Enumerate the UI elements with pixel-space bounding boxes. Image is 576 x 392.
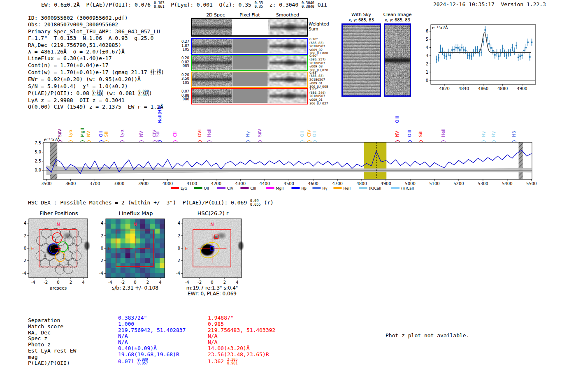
fit-xtick: 4820 [439,86,449,91]
heatmap-cell [135,248,140,253]
div: 21.17 [150,72,161,76]
emission-line-label: NV [395,130,399,137]
text-segment: 0.985 [208,321,224,327]
heatmap-cell [125,219,130,224]
fit-xtick: 4880 [497,86,508,91]
fit-ytick: 6 [426,29,428,33]
map-xtick: 0 [211,280,213,285]
weighted-sum-label: WeightedSum [309,21,329,31]
map-ytick: -2 [99,258,103,263]
legend-label: (H)CaII [401,186,414,190]
data-point [442,51,443,52]
rect [192,24,232,31]
hsc-text: HSC-DEX : Possible Matches = 2 (within +… [28,199,250,206]
text-segment: 0.071 [118,358,137,364]
heatmap-cell [150,219,155,224]
data-point [521,55,523,56]
rect [232,89,269,103]
north-label: N [210,222,214,227]
map-xtick: 4 [159,280,161,285]
heatmap-cell [121,253,125,258]
heatmap-cell [155,248,160,253]
spec2d-row-right-labels: 1.62"(686, 249)20180507v009_01306_LU_027 [309,88,328,105]
heatmap-cell [130,239,135,244]
data-point [446,56,447,57]
line-marker-bracket [173,141,177,142]
data-point [451,49,453,51]
info-line: Cont(w) = 1.70(±0.01)e-17 (gmag 21.17 21… [28,69,164,76]
legend-swatch [313,187,321,189]
emission-line-label: NV [86,130,91,137]
fit-ytick: 1 [426,70,428,74]
match-row-value: 0.383724" [118,315,186,321]
data-point [463,49,465,51]
emission-line-label: OII [300,131,304,137]
spacer [495,1,501,7]
match-row-label: Separation [28,318,76,324]
spectrum-xtick: 4700 [332,181,342,186]
heatmap-cell [106,224,111,229]
emission-line-label: OII [312,131,317,137]
div: Weighted [309,21,329,26]
text-segment: ID: 3000955602 (3000955602.pdf) [28,15,128,21]
report-version: Version 1.22.3 [501,1,546,7]
spectrum-xtick: 4100 [187,181,197,186]
fit-units-label: e⁻¹⁷x2Å [432,25,448,30]
ellipse [213,236,218,239]
spectrum-units-label: e⁻¹⁷x2Å [44,137,60,142]
spectrum-xtick: 4300 [235,181,246,186]
heatmap-cell [140,273,145,278]
heatmap-cell [111,273,116,278]
data-point [467,55,468,56]
spec2d-row-image [192,89,307,103]
text-segment: P(LAE)/P(OII): 0.08 [28,90,93,96]
div: 0.061 [154,5,165,9]
legend-swatch [241,187,249,189]
heatmap-cell [160,253,165,258]
text-segment: N/A [208,333,217,339]
match-row-value: 0.985 [208,321,275,327]
heatmap-cell [125,273,130,278]
spec2d-row [191,88,308,104]
heatmap-cell [145,263,150,268]
map-ytick: 4 [101,221,103,225]
heatmap-cell [155,224,160,229]
clean-image-cutout-title: Clean Image [380,12,415,17]
heatmap-cell [140,229,145,234]
legend-label: CIV [227,186,234,190]
text-segment: 219.756942, 51.402837 [118,327,186,333]
data-point [440,48,441,49]
masked-band [519,142,523,179]
heatmap-cell [116,273,121,278]
heatmap-cell [111,248,116,253]
text-segment: 1.94887" [208,315,234,321]
info-line: F=1.7" T=0.153 N=1.06 A=0.93 g=25.0 [28,35,164,42]
spec2d-row-left-labels: 0.070.88086 [177,90,189,102]
spectrum-xtick: 3700 [90,181,100,186]
data-point [513,51,515,52]
data-point [436,59,437,60]
heatmap-cell [160,258,165,263]
data-point [529,56,530,58]
text-segment: ) [161,69,164,75]
text-segment: Primary Spec_Slot_IFU_AMP: 306_043_057_L… [28,28,160,35]
map-ytick: 0 [178,246,180,251]
smooth-panel [269,72,307,86]
data-point [488,43,490,44]
info-line: S/N = 5.9(±0.4) χ² = 1.0(±0.2) [28,83,164,90]
map-ytick: 2 [101,234,103,238]
line-marker-bracket [408,141,412,142]
map-xtick: 0 [134,280,136,285]
heatmap-cell [121,244,125,248]
line-marker-bracket [139,141,144,142]
heatmap-cell [145,234,150,239]
with-sky-cutout [341,23,381,97]
spectrum-xtick: 4600 [308,181,318,186]
div: 0.063 [138,93,149,97]
text-segment: 1.362 [208,358,227,364]
stat-text: z: 0.3040 [263,2,302,8]
with-sky-cutout-coords: x, y: 685, 83 [337,18,385,22]
info-line: P(LAE)/P(OII): 0.08 0.1030.065 (w: 0.081… [28,90,164,97]
data-point [485,29,486,30]
div: 0.055 [250,203,261,206]
